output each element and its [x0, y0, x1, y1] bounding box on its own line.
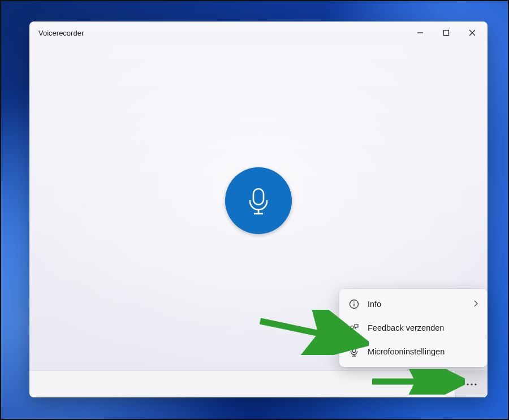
- flyout-item-label: Feedback verzenden: [368, 323, 444, 332]
- minimize-button[interactable]: [407, 24, 433, 42]
- svg-point-12: [353, 301, 355, 302]
- chevron-right-icon: [473, 300, 478, 309]
- flyout-item-feedback[interactable]: Feedback verzenden: [343, 316, 484, 340]
- flyout-item-label: Microfooninstellingen: [368, 347, 445, 356]
- svg-point-8: [471, 383, 472, 385]
- maximize-button[interactable]: [433, 24, 459, 42]
- close-button[interactable]: [459, 24, 485, 42]
- flyout-item-label: Info: [368, 300, 381, 309]
- microphone-small-icon: [348, 347, 360, 357]
- more-options-flyout: Info Feedback verzenden: [339, 289, 488, 367]
- microphone-icon: [245, 187, 271, 215]
- svg-rect-1: [444, 31, 449, 36]
- feedback-icon: [348, 323, 360, 333]
- more-options-button[interactable]: [455, 371, 488, 397]
- svg-point-7: [467, 383, 468, 385]
- flyout-item-mic-settings[interactable]: Microfooninstellingen: [343, 340, 484, 363]
- svg-rect-14: [352, 348, 356, 353]
- window-controls: [407, 24, 485, 42]
- more-horizontal-icon: [467, 383, 477, 386]
- svg-rect-4: [253, 189, 264, 205]
- minimize-icon: [417, 29, 424, 36]
- window-title: Voicerecorder: [38, 29, 84, 37]
- info-icon: [348, 299, 360, 309]
- svg-point-13: [351, 326, 353, 329]
- titlebar[interactable]: Voicerecorder: [29, 21, 488, 44]
- record-button[interactable]: [225, 167, 292, 234]
- close-icon: [469, 29, 476, 36]
- maximize-icon: [443, 29, 450, 36]
- flyout-item-info[interactable]: Info: [343, 292, 484, 316]
- voice-recorder-window: Voicerecorder: [29, 21, 488, 397]
- svg-point-9: [475, 383, 476, 385]
- command-bar: [29, 370, 488, 397]
